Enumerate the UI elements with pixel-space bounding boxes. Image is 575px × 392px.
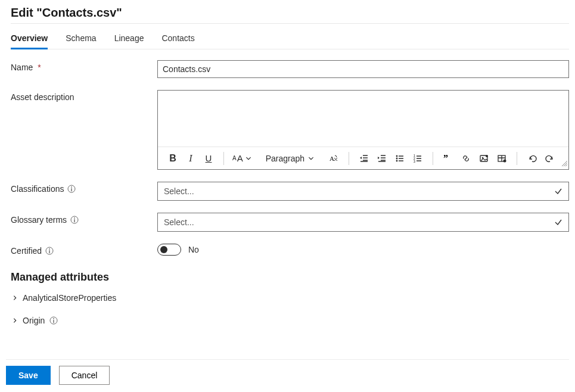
footer-divider: [6, 359, 569, 360]
chevron-right-icon: [12, 295, 18, 301]
quote-button[interactable]: ”: [439, 150, 457, 167]
classifications-placeholder: Select...: [164, 186, 194, 196]
underline-button[interactable]: U: [200, 150, 217, 167]
bullet-list-button[interactable]: [391, 150, 409, 167]
attribute-label: Origin: [23, 316, 45, 325]
image-button[interactable]: [475, 150, 493, 167]
toolbar-separator: [433, 152, 433, 165]
svg-point-10: [486, 155, 488, 157]
link-button[interactable]: [457, 150, 475, 167]
check-icon: [554, 218, 562, 226]
rich-text-area[interactable]: [158, 91, 568, 147]
tab-schema[interactable]: Schema: [66, 31, 96, 49]
name-label: Name *: [11, 60, 157, 72]
info-icon[interactable]: [67, 185, 76, 193]
managed-attributes-title: Managed attributes: [11, 271, 569, 284]
tab-contacts[interactable]: Contacts: [161, 31, 194, 49]
rich-text-toolbar: B I U AA Paragraph: [158, 147, 568, 169]
font-size-button[interactable]: AA: [230, 150, 254, 167]
svg-rect-18: [74, 219, 74, 222]
italic-button[interactable]: I: [182, 150, 200, 167]
svg-text:A: A: [330, 155, 334, 162]
certified-label: Certified: [11, 244, 157, 256]
paragraph-style-label: Paragraph: [265, 154, 306, 163]
svg-point-1: [396, 155, 398, 157]
chevron-down-icon: [245, 155, 251, 161]
toolbar-separator: [223, 152, 224, 165]
bold-button[interactable]: B: [164, 150, 182, 167]
cancel-button[interactable]: Cancel: [59, 366, 110, 385]
chevron-right-icon: [12, 318, 18, 323]
info-icon[interactable]: [45, 247, 54, 255]
classifications-select[interactable]: Select...: [157, 182, 569, 201]
table-button[interactable]: [493, 150, 511, 167]
check-icon: [554, 187, 562, 195]
svg-point-12: [503, 159, 506, 162]
certified-value-label: No: [188, 245, 199, 254]
undo-button[interactable]: [523, 150, 541, 167]
attribute-analytical-store-properties[interactable]: AnalyticalStoreProperties: [11, 290, 569, 306]
asset-description-label: Asset description: [11, 90, 157, 102]
svg-point-17: [74, 217, 75, 219]
page-title: Edit "Contacts.csv": [11, 6, 569, 20]
clear-formatting-button[interactable]: A: [325, 150, 343, 167]
outdent-button[interactable]: [355, 150, 373, 167]
required-marker: *: [38, 63, 41, 72]
svg-point-2: [396, 157, 398, 159]
indent-button[interactable]: [373, 150, 391, 167]
info-icon[interactable]: [70, 216, 79, 224]
svg-text:3: 3: [414, 160, 415, 163]
attribute-label: AnalyticalStoreProperties: [23, 293, 116, 303]
svg-rect-15: [72, 188, 72, 191]
paragraph-style-button[interactable]: Paragraph: [262, 150, 316, 167]
asset-description-label-text: Asset description: [11, 92, 74, 102]
certified-label-text: Certified: [11, 246, 42, 256]
svg-rect-21: [49, 250, 49, 253]
tab-overview[interactable]: Overview: [11, 31, 48, 49]
save-button[interactable]: Save: [6, 366, 51, 385]
svg-point-23: [53, 318, 54, 319]
redo-button[interactable]: [541, 150, 559, 167]
toolbar-separator: [349, 152, 349, 165]
tab-lineage[interactable]: Lineage: [114, 31, 144, 49]
svg-point-3: [396, 160, 398, 161]
toolbar-separator: [517, 152, 517, 165]
info-icon[interactable]: [49, 316, 58, 325]
name-input[interactable]: [157, 60, 569, 78]
resize-handle-icon[interactable]: [561, 159, 568, 169]
svg-point-14: [72, 186, 73, 188]
glossary-terms-select[interactable]: Select...: [157, 213, 569, 232]
glossary-terms-label: Glossary terms: [11, 213, 157, 225]
classifications-label: Classifications: [11, 182, 157, 194]
svg-text:”: ”: [443, 154, 448, 163]
attribute-origin[interactable]: Origin: [11, 312, 569, 329]
certified-toggle[interactable]: [157, 244, 181, 256]
footer: Save Cancel: [6, 366, 110, 385]
tabs: Overview Schema Lineage Contacts: [11, 24, 569, 49]
glossary-terms-label-text: Glossary terms: [11, 215, 67, 225]
classifications-label-text: Classifications: [11, 184, 64, 194]
rich-text-editor: B I U AA Paragraph: [157, 90, 569, 170]
glossary-terms-placeholder: Select...: [164, 217, 194, 227]
numbered-list-button[interactable]: 123: [409, 150, 427, 167]
svg-rect-24: [54, 320, 54, 323]
svg-point-20: [49, 248, 50, 250]
name-label-text: Name: [11, 63, 33, 72]
chevron-down-icon: [308, 155, 314, 161]
